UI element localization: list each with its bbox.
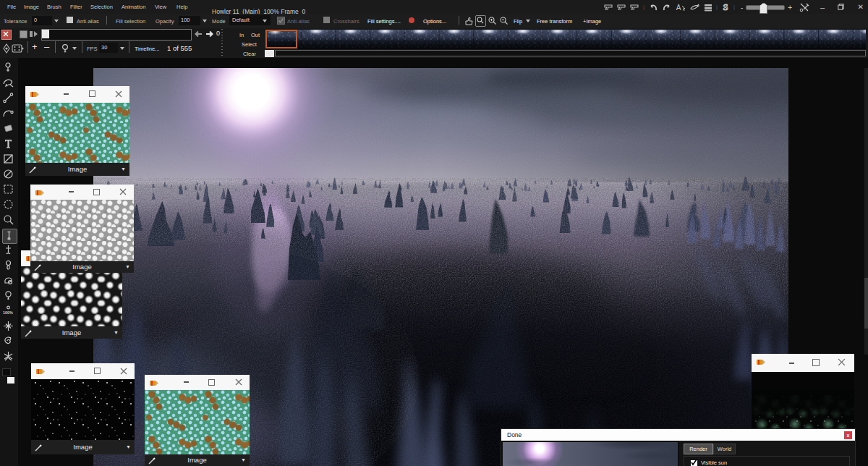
svg-text:100%: 100%	[3, 310, 13, 315]
svg-text:S: S	[723, 2, 728, 12]
svg-text:A: A	[676, 4, 681, 12]
